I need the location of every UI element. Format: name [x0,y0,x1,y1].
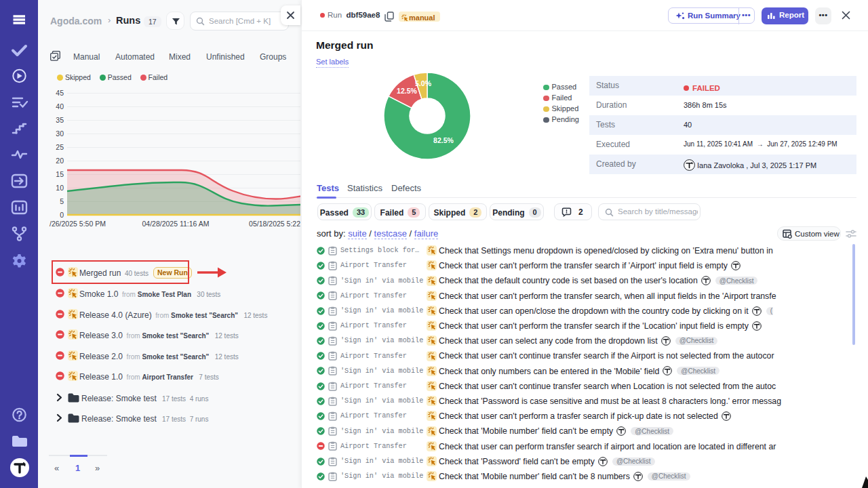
svg-text:04/28/2025 11:16 AM: 04/28/2025 11:16 AM [142,220,209,228]
svg-text:5.0%: 5.0% [415,79,432,87]
svg-text:40: 40 [56,102,64,110]
svg-text:45: 45 [56,89,64,97]
svg-text:30: 30 [56,129,64,138]
svg-text:15: 15 [56,170,64,178]
svg-text:20: 20 [56,157,64,165]
svg-text:82.5%: 82.5% [433,136,454,144]
svg-text:10: 10 [56,184,64,192]
svg-text:/26/2025 5:50 PM: /26/2025 5:50 PM [50,220,106,228]
svg-text:12.5%: 12.5% [397,87,417,95]
svg-text:25: 25 [56,143,64,151]
svg-text:5: 5 [60,197,64,205]
svg-text:35: 35 [56,116,64,124]
svg-text:0: 0 [60,211,64,219]
svg-text:05/18/2025 5:22: 05/18/2025 5:22 [249,220,300,228]
